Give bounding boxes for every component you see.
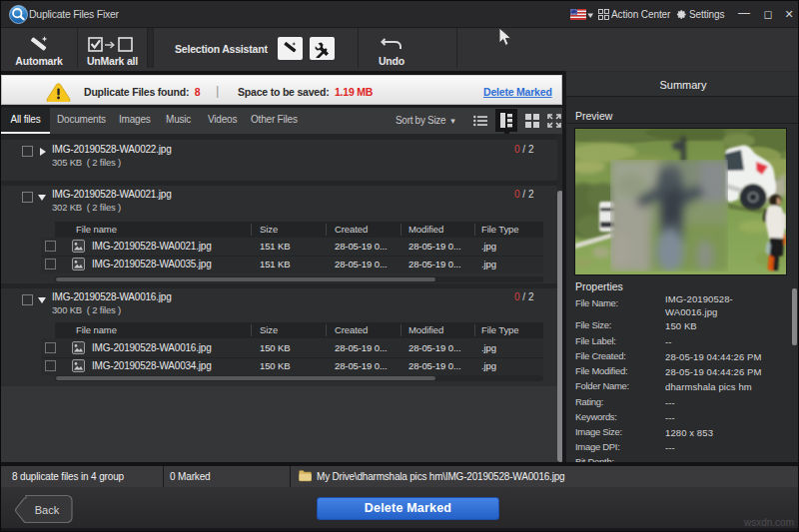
svg-text:Back: Back [35, 504, 60, 516]
